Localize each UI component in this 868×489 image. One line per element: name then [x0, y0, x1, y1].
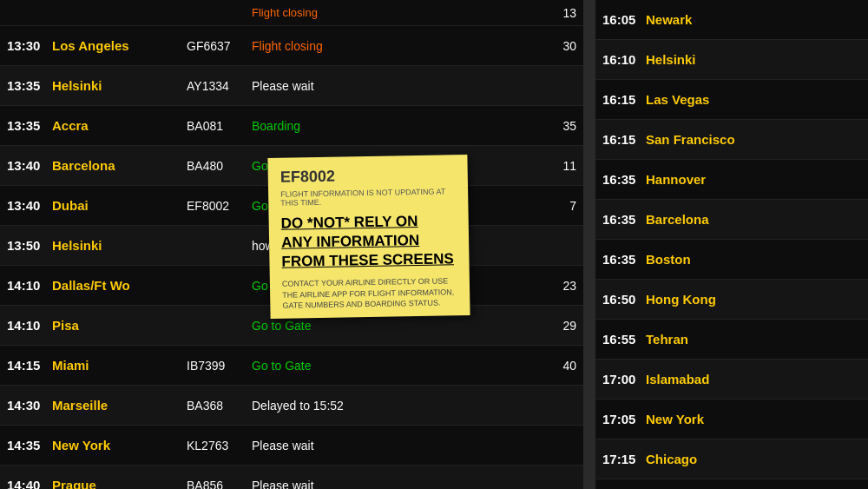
row-time: 13:40: [7, 198, 52, 213]
row-destination: Dallas/Ft Wo: [52, 278, 187, 293]
row-destination: Helsinki: [52, 238, 187, 253]
row-status: Go to Gate: [252, 359, 550, 373]
departures-board-right: 16:05 Newark 16:10 Helsinki 16:15 Las Ve…: [595, 0, 868, 489]
row-time: 14:10: [7, 278, 52, 293]
row-time: 14:15: [7, 358, 52, 373]
sticky-warning: FLIGHT INFORMATION IS NOT UPDATING AT TH…: [280, 187, 456, 208]
row-status: Please wait: [252, 439, 550, 453]
row-destination: Dubai: [52, 198, 187, 213]
row-gate: 23: [550, 279, 576, 293]
right-row-destination: Chicago: [646, 452, 697, 466]
right-flight-row: 17:00 Islamabad: [595, 360, 868, 400]
flight-row: 13:35 Accra BA081 Boarding 35: [0, 106, 583, 146]
sticky-sub-text: CONTACT YOUR AIRLINE DIRECTLY OR USE THE…: [282, 276, 458, 312]
flight-row: 13:35 Helsinki AY1334 Please wait: [0, 66, 583, 106]
row-destination: Pisa: [52, 318, 187, 333]
row-status: Please wait: [252, 479, 550, 490]
right-row-time: 17:05: [602, 412, 646, 426]
right-row-time: 16:15: [602, 132, 646, 147]
row-time: 14:35: [7, 438, 52, 453]
row-flight-num: IB7399: [187, 359, 252, 373]
right-flight-row: 16:15 San Francisco: [595, 120, 868, 160]
right-flight-row: 16:10 Helsinki: [595, 40, 868, 80]
partial-status: Flight closing: [252, 6, 550, 19]
sticky-note: EF8002 FLIGHT INFORMATION IS NOT UPDATIN…: [267, 155, 470, 319]
row-time: 13:50: [7, 238, 52, 253]
right-row-destination: Hong Kong: [646, 292, 716, 307]
right-row-destination: Newark: [646, 12, 692, 27]
row-flight-num: BA856: [187, 479, 252, 490]
row-time: 14:30: [7, 398, 52, 413]
row-gate: 30: [550, 39, 576, 53]
right-row-destination: Boston: [646, 252, 691, 267]
row-time: 13:40: [7, 158, 52, 173]
row-flight-num: GF6637: [187, 39, 252, 53]
right-flight-row: 16:55 Tehran: [595, 320, 868, 360]
right-flight-row: 16:35 Boston: [595, 240, 868, 280]
row-status: Delayed to 15:52: [252, 399, 550, 413]
screenshot-wrapper: Flight closing 13 13:30 Los Angeles GF66…: [0, 0, 868, 489]
row-flight-num: EF8002: [187, 199, 252, 213]
row-destination: Los Angeles: [52, 38, 187, 53]
row-time: 13:35: [7, 78, 52, 93]
right-row-destination: San Francisco: [646, 132, 735, 147]
flight-row: 14:35 New York KL2763 Please wait: [0, 426, 583, 466]
right-flight-row: 16:50 Hong Kong: [595, 280, 868, 320]
row-status: Go to Gate: [252, 319, 550, 333]
right-flight-row: 17:15 New York: [595, 479, 868, 489]
row-destination: Accra: [52, 118, 187, 133]
right-flight-row: 16:15 Las Vegas: [595, 80, 868, 120]
right-row-time: 16:50: [602, 292, 646, 307]
row-gate: 29: [550, 319, 576, 333]
row-time: 14:10: [7, 318, 52, 333]
board-divider: [583, 0, 595, 489]
row-destination: Helsinki: [52, 78, 187, 93]
row-destination: Barcelona: [52, 158, 187, 173]
right-row-destination: Barcelona: [646, 212, 709, 227]
flight-row: 14:30 Marseille BA368 Delayed to 15:52: [0, 386, 583, 426]
row-flight-num: BA480: [187, 159, 252, 173]
right-row-destination: New York: [646, 412, 704, 426]
partial-gate: 13: [550, 6, 576, 20]
row-time: 13:30: [7, 38, 52, 53]
right-row-destination: Hannover: [646, 172, 706, 187]
row-gate: 7: [550, 199, 576, 213]
row-flight-num: BA368: [187, 399, 252, 413]
row-destination: Miami: [52, 358, 187, 373]
row-status: Please wait: [252, 79, 550, 93]
row-flight-num: AY1334: [187, 79, 252, 93]
right-row-time: 17:15: [602, 452, 646, 466]
right-row-time: 16:35: [602, 212, 646, 227]
right-flight-row: 17:15 Chicago: [595, 439, 868, 479]
right-row-time: 16:10: [602, 52, 646, 67]
right-row-time: 16:35: [602, 172, 646, 187]
row-time: 14:40: [7, 478, 52, 489]
row-flight-num: KL2763: [187, 439, 252, 453]
row-gate: 11: [550, 159, 576, 173]
sticky-main-text: DO *NOT* RELY ONANY INFORMATIONFROM THES…: [281, 211, 457, 272]
row-destination: New York: [52, 438, 187, 453]
row-status: Flight closing: [252, 39, 550, 53]
right-flight-row: 16:35 Hannover: [595, 160, 868, 200]
row-status: Boarding: [252, 119, 550, 133]
flight-row: 13:30 Los Angeles GF6637 Flight closing …: [0, 26, 583, 66]
right-row-time: 16:15: [602, 92, 646, 107]
right-row-destination: Helsinki: [646, 52, 696, 67]
row-flight-num: BA081: [187, 119, 252, 133]
row-destination: Prague: [52, 478, 187, 489]
right-row-time: 17:00: [602, 372, 646, 387]
right-flight-row: 16:05 Newark: [595, 0, 868, 40]
right-flight-row: 17:05 New York: [595, 400, 868, 439]
row-gate: 35: [550, 119, 576, 133]
flight-row: 14:40 Prague BA856 Please wait: [0, 466, 583, 489]
right-row-destination: Las Vegas: [646, 92, 709, 107]
row-time: 13:35: [7, 118, 52, 133]
right-row-time: 16:05: [602, 12, 646, 27]
row-gate: 40: [550, 359, 576, 373]
flight-row: 14:15 Miami IB7399 Go to Gate 40: [0, 346, 583, 386]
right-row-time: 16:35: [602, 252, 646, 267]
right-row-destination: Islamabad: [646, 372, 709, 387]
right-flight-row: 16:35 Barcelona: [595, 200, 868, 240]
row-destination: Marseille: [52, 398, 187, 413]
partial-row: Flight closing 13: [0, 0, 583, 26]
